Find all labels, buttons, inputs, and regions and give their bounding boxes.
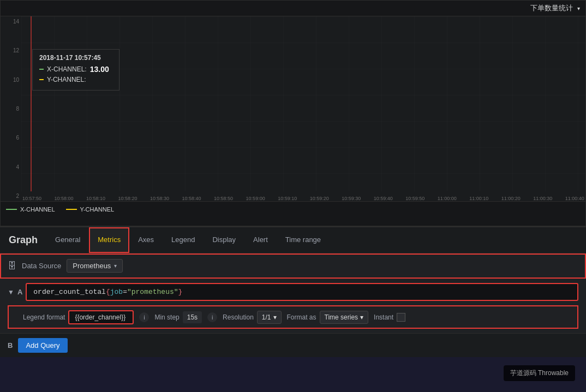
x-channel-value: 13.00: [90, 65, 109, 74]
tab-general[interactable]: General: [46, 227, 89, 253]
collapse-icon[interactable]: ▼: [8, 288, 14, 296]
y-axis: 14 12 10 8 6 4 2: [1, 16, 21, 201]
x-channel-label: X-CHANNEL:: [47, 65, 87, 73]
config-panel: Graph General Metrics Axes Legend Displa…: [0, 226, 586, 357]
tabs: General Metrics Axes Legend Display Aler…: [46, 227, 330, 253]
query-input-row: ▼ A order_count_total{job="prometheus"}: [8, 283, 578, 301]
database-icon: 🗄: [8, 261, 16, 271]
datasource-value: Prometheus: [73, 262, 111, 270]
legend-format-input[interactable]: {{order_channel}}: [68, 310, 134, 324]
query-text-plain: order_count_total: [33, 288, 106, 296]
legend-x-channel-line: [6, 209, 17, 210]
page-title: Graph: [0, 234, 46, 246]
instant-checkbox[interactable]: [397, 313, 405, 322]
min-step-label: Min step: [154, 313, 179, 321]
tooltip-y-channel: Y-CHANNEL:: [39, 76, 112, 83]
y-channel-label: Y-CHANNEL:: [47, 76, 86, 83]
instant-label: Instant: [374, 313, 393, 321]
tab-timerange[interactable]: Time range: [277, 227, 330, 253]
legend-format-info-icon[interactable]: i: [139, 312, 149, 322]
tabs-row: Graph General Metrics Axes Legend Displa…: [0, 227, 586, 254]
query-b-label: B: [8, 341, 13, 349]
tab-display[interactable]: Display: [204, 227, 244, 253]
instant-group: Instant: [374, 313, 405, 322]
format-as-label: Format as: [287, 313, 316, 321]
options-row: Legend format {{order_channel}} i Min st…: [8, 305, 578, 329]
legend-y-channel-label: Y-CHANNEL: [80, 206, 115, 213]
datasource-label: Data Source: [22, 262, 61, 270]
datasource-arrow: ▾: [114, 263, 117, 269]
tab-axes[interactable]: Axes: [129, 227, 163, 253]
legend-format-label: Legend format: [23, 313, 65, 321]
panel-dropdown-arrow[interactable]: ▾: [577, 5, 580, 11]
datasource-row: 🗄 Data Source Prometheus ▾: [0, 254, 586, 279]
datasource-dropdown[interactable]: Prometheus ▾: [67, 259, 123, 273]
resolution-label: Resolution: [223, 313, 254, 321]
query-eq: =: [123, 288, 127, 296]
legend-y-channel[interactable]: Y-CHANNEL: [66, 206, 115, 213]
panel-header: 下单数量统计 ▾: [1, 1, 585, 16]
legend-x-channel[interactable]: X-CHANNEL: [6, 206, 55, 213]
svg-rect-0: [21, 16, 585, 191]
chart-svg: [21, 16, 585, 191]
query-brace-open: {: [106, 288, 110, 296]
tooltip-time: 2018-11-17 10:57:45: [39, 54, 112, 62]
chart-container: 14 12 10 8 6 4 2 2018-11-17 10:57:45: [1, 16, 585, 201]
query-input[interactable]: order_count_total{job="prometheus"}: [26, 283, 578, 301]
legend-x-channel-label: X-CHANNEL: [20, 206, 55, 213]
query-str: "prometheus": [127, 288, 178, 296]
legend-y-channel-line: [66, 209, 77, 210]
x-axis: 10:57:50 10:58:00 10:58:10 10:58:20 10:5…: [21, 196, 585, 201]
min-step-info-icon[interactable]: i: [207, 312, 217, 322]
tooltip-x-channel: X-CHANNEL: 13.00: [39, 65, 112, 74]
x-channel-indicator: [39, 69, 44, 70]
tab-metrics[interactable]: Metrics: [89, 227, 129, 253]
query-key: job: [110, 288, 123, 296]
query-letter: A: [17, 288, 22, 296]
add-query-button[interactable]: Add Query: [18, 338, 67, 353]
format-as-group: Format as Time series ▾: [287, 311, 369, 324]
graph-panel: 下单数量统计 ▾ 14 12 10 8 6 4 2: [0, 0, 586, 226]
min-step-value: 15s: [183, 311, 202, 323]
panel-title-text: 下单数量统计: [530, 4, 573, 12]
min-step-group: Min step 15s: [154, 311, 202, 323]
panel-title[interactable]: 下单数量统计 ▾: [530, 3, 580, 13]
format-as-dropdown[interactable]: Time series ▾: [320, 311, 369, 324]
watermark: 芋道源码 Throwable: [504, 365, 575, 381]
legend-format-group: Legend format {{order_channel}}: [23, 310, 134, 324]
add-query-row: B Add Query: [0, 334, 586, 357]
resolution-dropdown[interactable]: 1/1 ▾: [257, 311, 282, 324]
y-channel-indicator: [39, 79, 44, 80]
tab-legend[interactable]: Legend: [163, 227, 204, 253]
query-row: ▼ A order_count_total{job="prometheus"} …: [0, 279, 586, 334]
query-brace-close: }: [178, 288, 183, 296]
tab-alert[interactable]: Alert: [244, 227, 277, 253]
chart-legend: X-CHANNEL Y-CHANNEL: [1, 201, 585, 216]
tooltip: 2018-11-17 10:57:45 X-CHANNEL: 13.00 Y-C…: [32, 49, 119, 91]
resolution-group: Resolution 1/1 ▾: [223, 311, 281, 324]
